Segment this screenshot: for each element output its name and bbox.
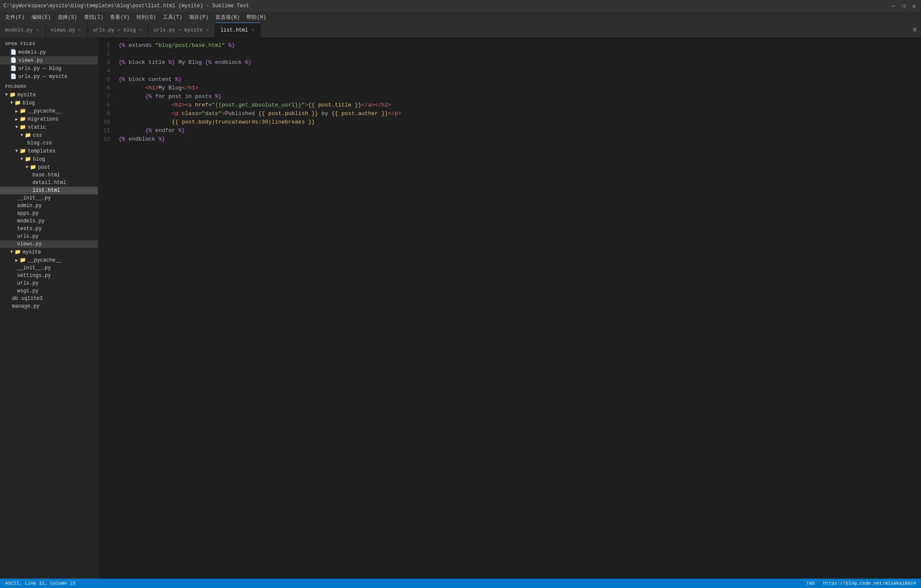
menu-goto[interactable]: 转到(G) — [133, 13, 159, 22]
sidebar-wsgi-py[interactable]: wsgi.py — [0, 287, 98, 295]
sidebar-base-html[interactable]: base.html — [0, 171, 98, 179]
code-container[interactable]: 1 2 3 4 5 6 7 8 9 10 11 12 {% extends "b… — [98, 38, 921, 579]
sidebar-blog-css-label: blog.css — [27, 140, 52, 146]
sidebar-open-urls-mysite-label: urls.py — mysite — [18, 74, 67, 80]
sidebar-post-folder[interactable]: ▼ 📁 post — [0, 163, 98, 171]
status-bar-left: ASCII, Line 12, Column 15 — [5, 581, 75, 586]
line-num-12: 12 — [101, 135, 110, 144]
sidebar-templates-label: templates — [28, 148, 55, 154]
folder-icon-templates: 📁 — [20, 148, 26, 154]
sidebar-models-py-tree[interactable]: models.py — [0, 217, 98, 225]
sidebar-tests-py[interactable]: tests.py — [0, 225, 98, 233]
tab-label-views-py: views.py — [50, 27, 75, 33]
chevron-down-icon-post: ▼ — [26, 165, 28, 170]
sidebar-mysite-label: mysite — [23, 249, 41, 255]
code-editor[interactable]: {% extends "blog/post/base.html" %} {% b… — [115, 38, 921, 579]
sidebar-open-models-py[interactable]: 📄 models.py — [0, 48, 98, 56]
sidebar-static-label: static — [28, 124, 46, 130]
close-tab-views-py[interactable]: × — [78, 27, 82, 33]
sidebar-init-mysite[interactable]: __init__.py — [0, 264, 98, 272]
folder-icon-migrations: 📁 — [20, 116, 26, 122]
file-icon-views: 📄 — [10, 57, 17, 63]
sidebar-templates[interactable]: ▼ 📁 templates — [0, 147, 98, 155]
folders-title: FOLDERS — [0, 81, 98, 91]
sidebar-settings-py[interactable]: settings.py — [0, 272, 98, 280]
close-button[interactable]: ✕ — [911, 3, 918, 10]
sidebar-open-urls-mysite[interactable]: 📄 urls.py — mysite — [0, 72, 98, 81]
tab-list-html[interactable]: list.html × — [215, 23, 261, 37]
title-bar: C:\pyWorkspace\mysite\blog\templates\blo… — [0, 0, 921, 12]
sidebar-admin-py[interactable]: admin.py — [0, 202, 98, 210]
folder-icon-post: 📁 — [30, 164, 36, 170]
sidebar-init-py[interactable]: __init__.py — [0, 194, 98, 202]
menu-preferences[interactable]: 首选项(N) — [212, 13, 243, 22]
sidebar-manage-py[interactable]: manage.py — [0, 303, 98, 310]
folder-icon-blog: 📁 — [14, 100, 21, 106]
sidebar-open-views-py[interactable]: 📄 views.py — [0, 56, 98, 64]
sidebar-views-py-tree[interactable]: views.py — [0, 240, 98, 248]
sidebar-base-html-label: base.html — [32, 172, 60, 178]
sidebar-list-html[interactable]: list.html — [0, 187, 98, 194]
tab-urls-py-mysite[interactable]: urls.py — mysite × — [148, 23, 215, 37]
line-num-8: 8 — [101, 101, 110, 110]
close-tab-urls-py-mysite[interactable]: × — [205, 27, 210, 33]
sidebar-models-py-tree-label: models.py — [17, 218, 45, 224]
main-area: OPEN FILES 📄 models.py 📄 views.py 📄 urls… — [0, 38, 921, 579]
menu-view[interactable]: 查看(V) — [107, 13, 133, 22]
sidebar-css[interactable]: ▼ 📁 css — [0, 131, 98, 139]
tab-views-py[interactable]: views.py × — [45, 23, 87, 37]
sidebar-admin-py-label: admin.py — [17, 203, 42, 209]
tab-models-py[interactable]: models.py × — [0, 23, 45, 37]
sidebar-mysite-folder[interactable]: ▼ 📁 mysite — [0, 248, 98, 256]
sidebar-static[interactable]: ▼ 📁 static — [0, 123, 98, 131]
status-bar-right-text: Tab https://blog.csdn.net/misaka10024 — [806, 581, 916, 586]
close-tab-urls-py-blog[interactable]: × — [138, 27, 143, 33]
file-icon-urls-blog: 📄 — [10, 65, 17, 72]
sidebar-urls-mysite-py[interactable]: urls.py — [0, 280, 98, 287]
sidebar-blog-folder[interactable]: ▼ 📁 blog — [0, 99, 98, 107]
sidebar-settings-py-label: settings.py — [17, 273, 51, 279]
maximize-button[interactable]: ❐ — [900, 3, 907, 10]
sidebar-migrations[interactable]: ▶ 📁 migrations — [0, 115, 98, 123]
sidebar: OPEN FILES 📄 models.py 📄 views.py 📄 urls… — [0, 38, 98, 579]
menu-help[interactable]: 帮助(H) — [243, 13, 269, 22]
menu-project[interactable]: 项目(P) — [185, 13, 212, 22]
sidebar-urls-py-tree[interactable]: urls.py — [0, 233, 98, 240]
chevron-down-icon: ▼ — [5, 92, 8, 97]
chevron-down-icon-css: ▼ — [20, 133, 23, 138]
sidebar-urls-py-tree-label: urls.py — [17, 233, 38, 239]
line-num-11: 11 — [101, 127, 110, 135]
sidebar-mysite-root[interactable]: ▼ 📁 mysite — [0, 91, 98, 99]
close-tab-models-py[interactable]: × — [35, 27, 40, 33]
chevron-down-icon-templates: ▼ — [15, 149, 18, 153]
menu-tools[interactable]: 工具(T) — [159, 13, 186, 22]
line-num-3: 3 — [101, 58, 110, 67]
sidebar-open-urls-blog[interactable]: 📄 urls.py — blog — [0, 64, 98, 72]
menu-bar: 文件(F) 编辑(E) 选择(S) 查找(I) 查看(V) 转到(G) 工具(T… — [0, 12, 921, 23]
close-tab-list-html[interactable]: × — [251, 27, 255, 33]
sidebar-detail-html[interactable]: detail.html — [0, 179, 98, 187]
sidebar-db-sqlite3[interactable]: db.sqlite3 — [0, 295, 98, 303]
minimize-button[interactable]: — — [890, 3, 897, 10]
sidebar-apps-py[interactable]: apps.py — [0, 210, 98, 217]
tab-urls-py-blog[interactable]: urls.py — blog × — [88, 23, 148, 37]
sidebar-post-label: post — [38, 164, 50, 170]
sidebar-views-py-tree-label: views.py — [17, 241, 42, 247]
sidebar-pycache-blog-label: __pycache__ — [28, 108, 61, 114]
menu-edit[interactable]: 编辑(E) — [28, 13, 55, 22]
line-num-10: 10 — [101, 118, 110, 127]
folder-icon-mysite: 📁 — [14, 249, 21, 255]
sidebar-pycache-blog[interactable]: ▶ 📁 __pycache__ — [0, 107, 98, 115]
menu-select[interactable]: 选择(S) — [54, 13, 81, 22]
sidebar-blog-tpl[interactable]: ▼ 📁 blog — [0, 155, 98, 163]
chevron-right-icon-pycache-mysite: ▶ — [15, 258, 18, 263]
sidebar-blog-label: blog — [23, 100, 35, 106]
sidebar-open-models-py-label: models.py — [18, 49, 46, 55]
chevron-down-icon-blog: ▼ — [10, 101, 13, 105]
sidebar-blog-css[interactable]: blog.css — [0, 139, 98, 147]
sidebar-pycache-mysite[interactable]: ▶ 📁 __pycache__ — [0, 256, 98, 264]
folder-icon-css: 📁 — [25, 132, 31, 138]
menu-find[interactable]: 查找(I) — [81, 13, 107, 22]
tab-more-button[interactable]: ≡ — [908, 23, 921, 37]
menu-file[interactable]: 文件(F) — [2, 13, 28, 22]
